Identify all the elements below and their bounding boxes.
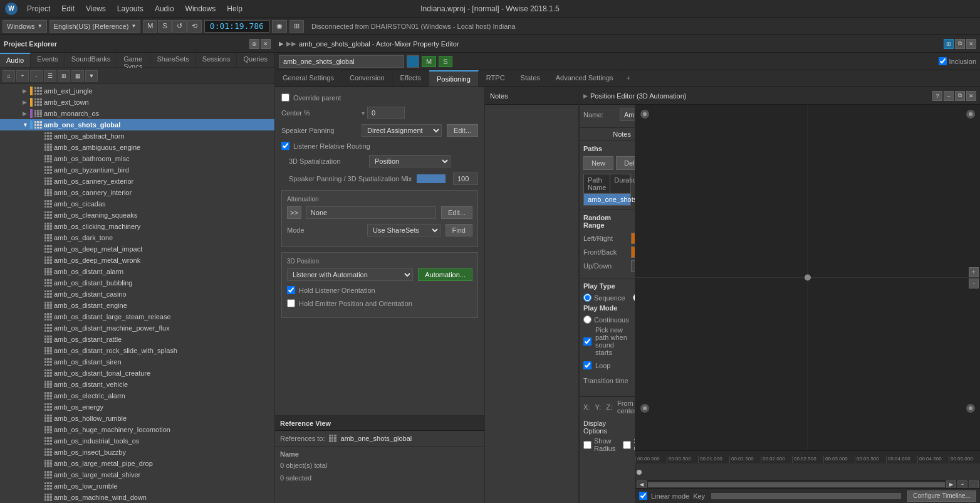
object-name-input[interactable]	[279, 55, 404, 68]
paths-delete-btn[interactable]: Delete	[616, 156, 635, 170]
m-btn[interactable]: M	[422, 56, 436, 67]
tab-soundbanks[interactable]: SoundBanks	[65, 53, 117, 67]
capture-btn[interactable]: ◉	[272, 20, 287, 33]
show-cone-check[interactable]: Show Cone	[623, 437, 635, 452]
tree-item[interactable]: amb_os_distant_machine_power_flux	[0, 322, 274, 334]
prop-editor-restore-btn[interactable]: ⧉	[955, 39, 965, 49]
language-dropdown[interactable]: English(US) (Reference) ▼	[50, 20, 141, 33]
loop-checkbox[interactable]	[583, 361, 592, 369]
attenuation-arrows-btn[interactable]: >>	[287, 206, 301, 219]
pos-restore-btn[interactable]: ⧉	[955, 91, 965, 101]
tab-audio[interactable]: Audio	[0, 53, 31, 67]
tree-item[interactable]: amb_os_cicadas	[0, 198, 274, 209]
toolbar-collapse[interactable]: -	[30, 70, 43, 82]
tree-item[interactable]: amb_os_distant_rock_slide_with_splash	[0, 345, 274, 356]
timeline-scrollbar-thumb[interactable]	[648, 482, 945, 487]
tab-positioning[interactable]: Positioning	[429, 70, 479, 87]
tree-item-selected[interactable]: ▼ amb_one_shots_global	[0, 119, 274, 130]
tree-item[interactable]: ▶ amb_ext_town	[0, 97, 274, 108]
menu-audio[interactable]: Audio	[150, 3, 179, 14]
tree-item[interactable]: amb_os_large_metal_shiver	[0, 469, 274, 480]
tree-item[interactable]: amb_os_cleaning_squeaks	[0, 209, 274, 221]
tree-item[interactable]: amb_os_distant_siren	[0, 356, 274, 368]
tree-item[interactable]: amb_os_distant_alarm	[0, 266, 274, 277]
menu-help[interactable]: Help	[222, 3, 248, 14]
viz-plus-btn[interactable]: +	[969, 267, 979, 277]
tree-item[interactable]: amb_os_distant_tonal_creature	[0, 368, 274, 379]
pos-minimize-btn[interactable]: –	[944, 91, 954, 101]
tab-events[interactable]: Events	[31, 53, 65, 67]
pick-new-path-checkbox[interactable]	[583, 337, 592, 346]
center-pct-input[interactable]	[367, 107, 405, 119]
mode-find-btn[interactable]: Find	[446, 224, 472, 236]
tree-item[interactable]: amb_os_electric_alarm	[0, 390, 274, 401]
tree-item[interactable]: amb_os_abstract_horn	[0, 130, 274, 142]
speaker-panning-select[interactable]: Direct Assignment	[362, 124, 442, 137]
tab-gamesyncs[interactable]: Game Syncs	[117, 53, 150, 67]
tab-rtpc[interactable]: RTPC	[479, 70, 513, 87]
linear-mode-checkbox[interactable]	[639, 492, 647, 500]
pos-name-input[interactable]	[620, 109, 635, 121]
tab-states[interactable]: States	[513, 70, 548, 87]
continuous-radio[interactable]: Continuous	[583, 315, 629, 324]
tree-item[interactable]: amb_os_large_metal_pipe_drop	[0, 458, 274, 469]
paths-new-btn[interactable]: New	[583, 156, 613, 170]
tree-item[interactable]: amb_os_distant_casino	[0, 289, 274, 300]
prop-editor-close-btn[interactable]: ✕	[966, 39, 976, 49]
tree-item[interactable]: amb_os_cannery_exterior	[0, 176, 274, 187]
speaker-panning-edit-btn[interactable]: Edit...	[447, 124, 478, 137]
tree-item[interactable]: amb_os_deep_metal_wronk	[0, 255, 274, 266]
pos-help-btn[interactable]: ?	[932, 91, 942, 101]
tree-item[interactable]: amb_os_clicking_machinery	[0, 221, 274, 232]
tree-item[interactable]: amb_os_distant_large_steam_release	[0, 311, 274, 322]
transport-connect[interactable]: ⟲	[187, 20, 202, 33]
tab-general-settings[interactable]: General Settings	[275, 70, 342, 87]
tree-item[interactable]: ▶ amb_ext_jungle	[0, 85, 274, 97]
tree-item[interactable]: amb_os_industrial_tools_os	[0, 435, 274, 447]
attenuation-edit-btn[interactable]: Edit...	[441, 206, 472, 219]
menu-project[interactable]: Project	[22, 3, 55, 14]
tree-item[interactable]: amb_os_machine_wind_down	[0, 492, 274, 503]
tree-item[interactable]: amb_os_cannery_interior	[0, 187, 274, 198]
tree-item[interactable]: amb_os_dark_tone	[0, 232, 274, 243]
tree-item[interactable]: amb_os_bathroom_misc	[0, 153, 274, 164]
rr-front-back-input[interactable]	[631, 246, 635, 258]
tab-sessions[interactable]: Sessions	[196, 53, 237, 67]
listener-routing-checkbox[interactable]	[281, 142, 289, 150]
mix-input[interactable]	[453, 172, 478, 185]
transport-loop[interactable]: ↺	[172, 20, 187, 33]
tree-item[interactable]: amb_os_energy	[0, 401, 274, 413]
tree-item[interactable]: amb_os_distant_bubbling	[0, 277, 274, 289]
s-btn[interactable]: S	[439, 56, 452, 67]
toolbar-expand[interactable]: +	[16, 70, 29, 82]
mode-select[interactable]: Use ShareSets	[367, 224, 440, 236]
spatialization-select[interactable]: Position	[369, 155, 451, 167]
hold-listener-checkbox[interactable]	[287, 286, 295, 294]
hold-emitter-checkbox[interactable]	[287, 299, 295, 307]
transport-m[interactable]: M	[143, 20, 157, 33]
viz-minus-btn[interactable]: -	[969, 278, 979, 289]
tree-item[interactable]: amb_os_hollow_rumble	[0, 413, 274, 424]
tree-item[interactable]: amb_os_huge_machinery_locomotion	[0, 424, 274, 435]
paths-table-row[interactable]: amb_one_shots_P... 00:05.000	[584, 194, 630, 205]
sequence-radio[interactable]: Sequence	[583, 294, 625, 302]
automation-btn[interactable]: Automation...	[418, 268, 472, 281]
corner-bl[interactable]	[640, 404, 649, 413]
tree-item[interactable]: amb_os_low_rumble	[0, 480, 274, 492]
tab-sharesets[interactable]: ShareSets	[150, 53, 195, 67]
prop-editor-expand-btn[interactable]: ⊞	[944, 39, 954, 49]
object-color-btn[interactable]	[407, 55, 419, 68]
menu-edit[interactable]: Edit	[56, 3, 80, 14]
tree-item[interactable]: ▶ amb_monarch_os	[0, 108, 274, 119]
corner-br[interactable]	[966, 404, 975, 413]
configure-timeline-btn[interactable]: Configure Timeline...	[907, 490, 976, 502]
tab-queries[interactable]: Queries	[237, 53, 274, 67]
tab-add-btn[interactable]: +	[622, 70, 635, 87]
connect-btn[interactable]: ⊞	[289, 20, 304, 33]
transport-s[interactable]: S	[158, 20, 171, 33]
toolbar-list[interactable]: ☰	[44, 70, 56, 82]
tab-conversion[interactable]: Conversion	[342, 70, 393, 87]
panel-close-btn[interactable]: ✕	[261, 39, 271, 49]
pos-close-btn[interactable]: ✕	[966, 91, 976, 101]
corner-tl[interactable]	[640, 110, 649, 119]
